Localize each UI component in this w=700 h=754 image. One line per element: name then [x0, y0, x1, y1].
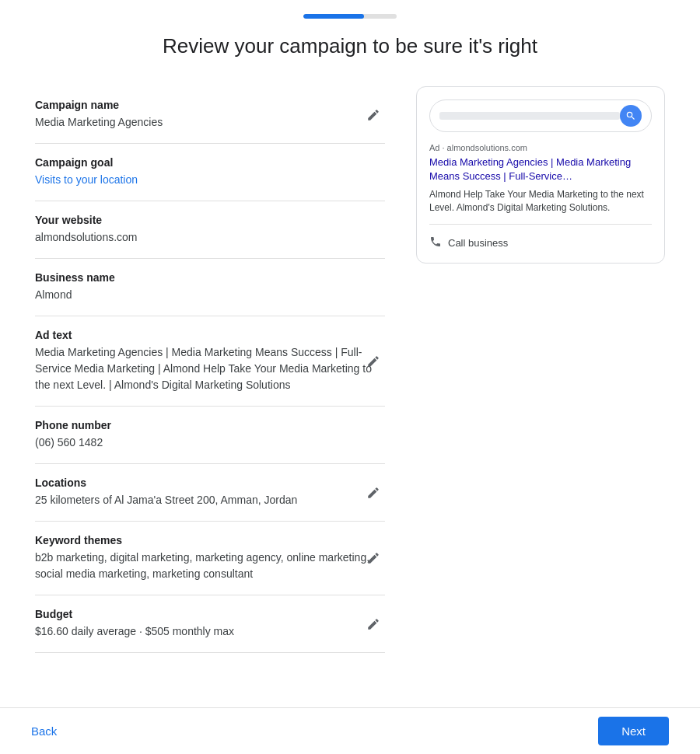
preview-divider [429, 224, 652, 225]
progress-bar-fill [303, 14, 364, 19]
left-panel: Campaign name Media Marketing Agencies C… [35, 86, 385, 653]
review-row-ad-text: Ad text Media Marketing Agencies | Media… [35, 316, 385, 407]
label-campaign-goal: Campaign goal [35, 156, 385, 169]
preview-search-bar [429, 99, 652, 132]
review-row-phone-number: Phone number (06) 560 1482 [35, 407, 385, 464]
value-campaign-goal: Visits to your location [35, 172, 385, 188]
phone-icon [429, 236, 442, 250]
call-icon-svg [429, 236, 442, 248]
value-campaign-name: Media Marketing Agencies [35, 114, 385, 131]
next-button[interactable]: Next [598, 717, 669, 745]
pencil-icon [366, 617, 380, 631]
value-budget: $16.60 daily average · $505 monthly max [35, 623, 385, 640]
review-row-business-name: Business name Almond [35, 259, 385, 316]
label-keyword-themes: Keyword themes [35, 534, 385, 546]
review-row-keyword-themes: Keyword themes b2b marketing, digital ma… [35, 522, 385, 595]
right-panel: Ad · almondsolutions.com Media Marketing… [416, 86, 665, 653]
edit-ad-text-button[interactable] [362, 350, 385, 373]
pencil-icon [366, 354, 380, 368]
label-business-name: Business name [35, 271, 385, 284]
label-budget: Budget [35, 608, 385, 620]
footer: Back Next [0, 707, 700, 754]
review-row-locations: Locations 25 kilometers of Al Jama'a Str… [35, 464, 385, 522]
preview-ad-desc: Almond Help Take Your Media Marketing to… [429, 188, 652, 215]
progress-bar-container [0, 0, 700, 19]
label-phone-number: Phone number [35, 419, 385, 431]
back-button[interactable]: Back [31, 718, 57, 744]
value-business-name: Almond [35, 287, 385, 303]
review-row-budget: Budget $16.60 daily average · $505 month… [35, 595, 385, 653]
label-your-website: Your website [35, 214, 385, 226]
pencil-icon [366, 486, 380, 500]
search-icon [625, 110, 636, 121]
preview-search-input-placeholder [439, 112, 620, 120]
value-keyword-themes: b2b marketing, digital marketing, market… [35, 550, 385, 582]
edit-keyword-themes-button[interactable] [362, 546, 385, 570]
preview-ad-label: Ad · almondsolutions.com [429, 143, 652, 152]
preview-search-button [620, 105, 642, 127]
pencil-icon [366, 551, 380, 565]
value-phone-number: (06) 560 1482 [35, 435, 385, 451]
content-area: Campaign name Media Marketing Agencies C… [0, 86, 700, 653]
label-ad-text: Ad text [35, 329, 385, 341]
review-row-campaign-name: Campaign name Media Marketing Agencies [35, 86, 385, 144]
progress-bar-track [303, 14, 397, 19]
value-locations: 25 kilometers of Al Jama'a Street 200, A… [35, 492, 385, 508]
preview-ad-title: Media Marketing Agencies | Media Marketi… [429, 155, 652, 183]
preview-call-row: Call business [429, 231, 652, 250]
value-your-website: almondsolutions.com [35, 229, 385, 246]
edit-budget-button[interactable] [362, 613, 385, 636]
ad-preview-card: Ad · almondsolutions.com Media Marketing… [416, 86, 665, 264]
label-locations: Locations [35, 476, 385, 489]
preview-call-label: Call business [448, 237, 508, 249]
pencil-icon [366, 108, 380, 122]
review-row-campaign-goal: Campaign goal Visits to your location [35, 144, 385, 201]
page-title: Review your campaign to be sure it's rig… [0, 34, 700, 58]
edit-campaign-name-button[interactable] [362, 103, 385, 127]
value-ad-text: Media Marketing Agencies | Media Marketi… [35, 344, 385, 393]
review-row-your-website: Your website almondsolutions.com [35, 201, 385, 259]
label-campaign-name: Campaign name [35, 99, 385, 111]
edit-locations-button[interactable] [362, 481, 385, 504]
